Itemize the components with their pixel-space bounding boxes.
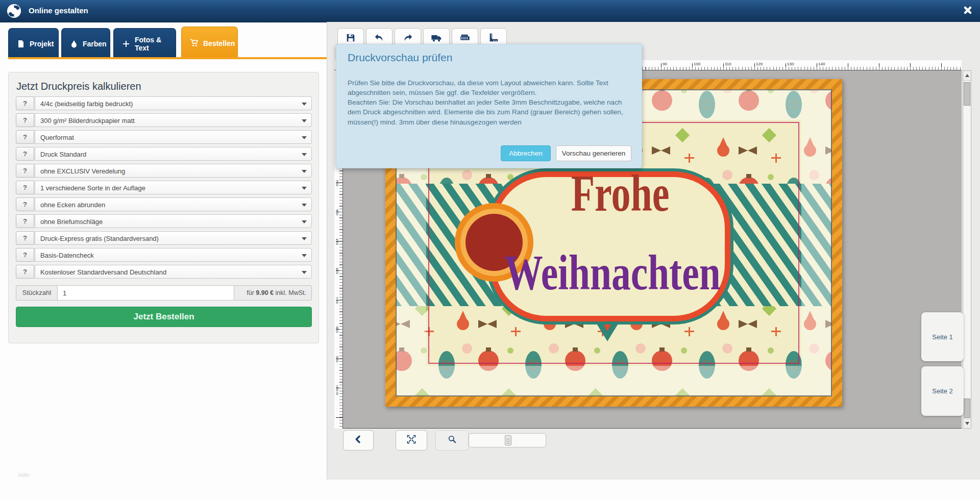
page-label: Seite 2	[932, 387, 952, 395]
select-paper[interactable]: 300 g/m² Bilderdruckpapier matt	[35, 113, 312, 127]
price-display: für 9.90 € inkl. MwSt.	[234, 285, 312, 301]
page-thumbnail-2[interactable]: Seite 2	[921, 366, 964, 416]
select-express[interactable]: Druck-Express gratis (Standardversand)	[35, 231, 312, 245]
price-suffix: inkl. MwSt.	[276, 289, 306, 296]
dialog-paragraph-2: Beachten Sie: Die Vorschau beinhaltet an…	[348, 98, 623, 126]
help-button[interactable]: ?	[16, 147, 34, 161]
magnifier-icon	[447, 434, 457, 446]
up-arrow-icon	[965, 74, 969, 77]
zoom-slider[interactable]	[469, 433, 546, 447]
tab-label: Farben	[83, 40, 107, 48]
scrollbar-thumb-lower[interactable]	[964, 398, 970, 418]
tab-bestellen[interactable]: Bestellen	[181, 27, 238, 59]
panel-title: Jetzt Druckpreis kalkulieren	[16, 81, 141, 92]
scrollbar-thumb[interactable]	[964, 82, 970, 106]
select-variety[interactable]: 1 verschiedene Sorte in der Auflage	[35, 181, 312, 194]
card-greeting-line2: Weihnachten	[504, 244, 720, 300]
help-button[interactable]: ?	[16, 265, 34, 279]
option-row: ? ohne Briefumschläge	[16, 214, 312, 228]
down-arrow-icon	[965, 422, 969, 425]
dropdown-caret-icon	[302, 103, 307, 106]
back-button[interactable]	[343, 430, 374, 451]
help-button[interactable]: ?	[16, 214, 34, 228]
scroll-up-button[interactable]	[963, 71, 971, 81]
ruler-label: 80	[335, 326, 339, 333]
zoom-slider-handle[interactable]	[505, 435, 511, 445]
tab-fotos-text[interactable]: Fotos & Text	[113, 28, 176, 59]
scroll-down-button[interactable]	[963, 418, 971, 428]
select-shipping[interactable]: Kostenloser Standardversand Deutschland	[35, 265, 312, 279]
ruler-label: 60	[335, 267, 339, 274]
ruler-label: 130	[787, 62, 794, 66]
help-button[interactable]: ?	[16, 248, 34, 262]
option-row: ? Querformat	[16, 130, 312, 144]
dropdown-caret-icon	[302, 119, 307, 122]
ruler-label: 70	[335, 296, 339, 304]
help-button[interactable]: ?	[16, 181, 34, 194]
order-button[interactable]: Jetzt Bestellen	[16, 307, 312, 327]
dropdown-caret-icon	[302, 136, 307, 139]
help-button[interactable]: ?	[16, 113, 34, 127]
help-button[interactable]: ?	[16, 197, 34, 211]
panel-divider	[327, 22, 327, 480]
dropdown-caret-icon	[302, 153, 307, 156]
dropdown-caret-icon	[302, 220, 307, 223]
close-icon[interactable]	[963, 5, 974, 16]
help-link[interactable]: Hilfe	[18, 472, 30, 478]
ruler-label: 50	[335, 238, 339, 245]
option-row: ? Kostenloser Standardversand Deutschlan…	[16, 265, 312, 279]
fit-to-screen-button[interactable]	[396, 430, 427, 451]
tab-label: Fotos & Text	[135, 36, 167, 52]
option-row: ? Druck-Express gratis (Standardversand)	[16, 231, 312, 245]
quantity-input[interactable]	[57, 285, 234, 301]
select-color-mode[interactable]: 4/4c (beidseitig farbig bedruckt)	[35, 96, 312, 110]
price-calculator-panel: Jetzt Druckpreis kalkulieren ? 4/4c (bei…	[8, 72, 319, 343]
tab-farben[interactable]: Farben	[61, 28, 110, 59]
ruler-label: 120	[756, 62, 763, 66]
select-datacheck[interactable]: Basis-Datencheck	[35, 248, 312, 262]
page-label: Seite 1	[932, 333, 952, 341]
select-format[interactable]: Querformat	[35, 130, 312, 144]
select-envelopes[interactable]: ohne Briefumschläge	[35, 214, 312, 228]
ruler-label: 90	[663, 62, 667, 66]
print-preview-dialog: Druckvorschau prüfen Prüfen Sie bitte di…	[336, 44, 642, 168]
help-button[interactable]: ?	[16, 231, 34, 245]
chevron-left-icon	[353, 434, 363, 446]
option-row: ? Basis-Datencheck	[16, 248, 312, 262]
ruler-label: 90	[335, 355, 339, 362]
canvas-vertical-scrollbar[interactable]	[963, 70, 971, 429]
help-button[interactable]: ?	[16, 130, 34, 144]
card-greeting-line1: Frohe	[571, 164, 670, 222]
help-button[interactable]: ?	[16, 96, 34, 110]
cancel-button[interactable]: Abbrechen	[501, 145, 551, 161]
document-icon	[17, 40, 25, 48]
price-value: 9.90 €	[256, 289, 274, 296]
app-window: Online gestalten Projekt Farben Fotos & …	[0, 0, 980, 499]
ruler-label: 100	[335, 384, 339, 395]
option-row: ? 4/4c (beidseitig farbig bedruckt)	[16, 96, 312, 110]
ruler-label: 40	[335, 208, 339, 215]
option-row: ? ohne Ecken abrunden	[16, 197, 312, 211]
select-print-quality[interactable]: Druck Standard	[35, 147, 312, 161]
option-row: ? ohne EXCLUSIV Veredelung	[16, 164, 312, 178]
select-finish[interactable]: ohne EXCLUSIV Veredelung	[35, 164, 312, 178]
tab-label: Projekt	[30, 40, 54, 48]
ruler-label: 140	[818, 62, 825, 66]
topbar: Online gestalten	[0, 0, 980, 22]
tab-projekt[interactable]: Projekt	[8, 28, 59, 59]
quantity-label: Stückzahl	[16, 285, 58, 301]
ruler-label: 110	[725, 62, 731, 66]
cart-icon	[190, 39, 199, 47]
dialog-body: Prüfen Sie bitte die Druckvorschau, da d…	[348, 78, 632, 127]
select-corners[interactable]: ohne Ecken abrunden	[35, 197, 312, 211]
option-row: ? 1 verschiedene Sorte in der Auflage	[16, 181, 312, 194]
help-button[interactable]: ?	[16, 164, 34, 178]
tab-label: Bestellen	[203, 39, 235, 47]
generate-preview-button[interactable]: Vorschau generieren	[556, 145, 631, 161]
dropdown-caret-icon	[302, 271, 307, 274]
ruler-label: 30	[335, 179, 339, 186]
zoom-button[interactable]	[435, 430, 469, 451]
app-title: Online gestalten	[29, 6, 88, 15]
page-thumbnail-1[interactable]: Seite 1	[921, 312, 964, 361]
quantity-row: Stückzahl für 9.90 € inkl. MwSt.	[16, 285, 312, 301]
